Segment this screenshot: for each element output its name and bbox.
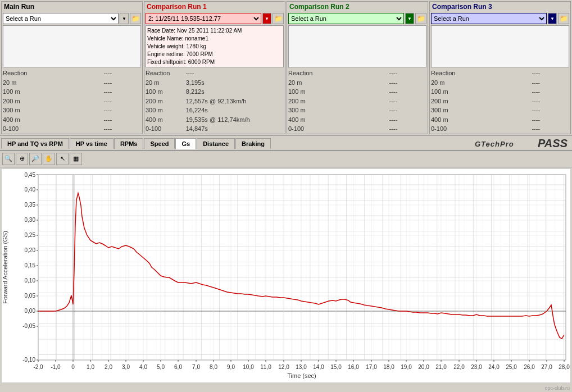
svg-text:0,35: 0,35	[25, 202, 36, 208]
select-btn[interactable]: ↖	[56, 153, 69, 165]
comp3-select[interactable]: Select a Run	[431, 13, 547, 24]
svg-text:5,0: 5,0	[157, 364, 165, 370]
top-panel: Main Run Select a Run ▼ 📁 Reaction---- 2…	[0, 0, 572, 136]
tab-speed[interactable]: Speed	[144, 138, 175, 149]
table-row: 200 m----	[430, 97, 570, 106]
svg-text:-2,0: -2,0	[33, 364, 43, 370]
comp2-folder-btn[interactable]: 📁	[415, 13, 426, 24]
svg-text:GTechPro: GTechPro	[475, 140, 514, 148]
svg-text:0,10: 0,10	[25, 277, 36, 284]
table-row: Reaction----	[144, 69, 285, 78]
chart-container: 0,45 0,40 0,35 0,30 0,25 0,20 0,15	[1, 168, 571, 383]
tab-braking[interactable]: Braking	[235, 138, 271, 149]
svg-text:12,0: 12,0	[278, 364, 289, 370]
table-row: 100 m8,212s	[144, 87, 285, 97]
svg-text:15,0: 15,0	[330, 364, 342, 370]
svg-text:1,0: 1,0	[87, 364, 94, 370]
comp3-panel: Comparison Run 3 Select a Run ▼ 📁 Reacti…	[429, 1, 571, 134]
comp1-select-row: 2: 11/25/11 19.535-112.77 ▼ 📁	[144, 12, 285, 25]
svg-text:0,20: 0,20	[25, 247, 36, 253]
main-run-select-row: Select a Run ▼ 📁	[2, 12, 142, 25]
pan-btn[interactable]: ✋	[43, 153, 55, 165]
comp2-title: Comparison Run 2	[287, 2, 428, 12]
svg-text:0,25: 0,25	[25, 232, 36, 238]
main-run-folder-btn[interactable]: 📁	[130, 13, 141, 24]
svg-text:27,0: 27,0	[541, 364, 552, 370]
table-row: 200 m12,557s @ 92,13km/h	[144, 97, 285, 106]
svg-text:9,0: 9,0	[227, 364, 235, 370]
svg-text:16,0: 16,0	[348, 364, 359, 370]
table-row: 0-100----	[430, 124, 570, 134]
comp1-select[interactable]: 2: 11/25/11 19.535-112.77	[146, 13, 261, 24]
svg-text:-0,10: -0,10	[22, 357, 35, 363]
comp2-dropdown-btn[interactable]: ▼	[405, 13, 414, 24]
svg-text:25,0: 25,0	[506, 364, 517, 370]
watermark: opc-club.ru	[544, 385, 570, 391]
x-axis-label: Time (sec)	[287, 372, 316, 379]
table-row: Reaction----	[430, 69, 570, 78]
table-row: 300 m----	[2, 106, 142, 115]
grid-btn[interactable]: ▦	[70, 153, 82, 165]
comp2-select[interactable]: Select a Run	[288, 13, 404, 24]
svg-text:23,0: 23,0	[471, 364, 482, 370]
comp3-folder-btn[interactable]: 📁	[558, 13, 569, 24]
svg-text:14,0: 14,0	[313, 364, 324, 370]
table-row: 300 m16,224s	[144, 106, 285, 115]
tab-distance[interactable]: Distance	[197, 138, 235, 149]
comp3-title: Comparison Run 3	[430, 2, 570, 12]
svg-text:8,0: 8,0	[210, 364, 217, 370]
table-row: 20 m----	[287, 78, 428, 88]
table-row: 400 m19,535s @ 112,74km/h	[144, 115, 285, 125]
comp1-folder-btn[interactable]: 📁	[273, 13, 284, 24]
comp2-info	[288, 25, 426, 67]
svg-text:0: 0	[71, 364, 75, 370]
table-row: 400 m----	[2, 115, 142, 125]
svg-text:0,05: 0,05	[25, 293, 36, 299]
zoom-region-btn[interactable]: ⊕	[16, 153, 28, 165]
svg-text:3,0: 3,0	[122, 364, 130, 370]
table-row: 400 m----	[430, 115, 570, 125]
table-row: 100 m----	[430, 87, 570, 97]
table-row: Reaction----	[2, 69, 142, 78]
main-run-select[interactable]: Select a Run	[3, 13, 119, 24]
comp1-title: Comparison Run 1	[144, 2, 285, 12]
svg-text:24,0: 24,0	[488, 364, 500, 370]
gtech-logo: GTechPro	[474, 137, 535, 149]
svg-text:-1,0: -1,0	[51, 364, 61, 370]
main-run-info	[3, 25, 141, 67]
comp3-select-row: Select a Run ▼ 📁	[430, 12, 570, 25]
comp1-panel: Comparison Run 1 2: 11/25/11 19.535-112.…	[144, 1, 285, 134]
svg-text:19,0: 19,0	[401, 364, 412, 370]
svg-text:17,0: 17,0	[366, 364, 377, 370]
pass-label: PASS	[538, 137, 568, 150]
svg-text:18,0: 18,0	[383, 364, 394, 370]
toolbar: 🔍 ⊕ 🔎 ✋ ↖ ▦	[0, 151, 572, 167]
table-row: 0-100----	[2, 124, 142, 134]
svg-text:21,0: 21,0	[435, 364, 447, 370]
main-run-stats: Reaction---- 20 m---- 100 m---- 200 m---…	[2, 69, 142, 134]
table-row: 0-10014,847s	[144, 124, 285, 134]
main-run-title: Main Run	[2, 2, 142, 12]
table-row: Reaction----	[287, 69, 428, 78]
svg-text:20,0: 20,0	[418, 364, 429, 370]
zoom-in-btn[interactable]: 🔍	[2, 153, 15, 165]
tab-rpms[interactable]: RPMs	[114, 138, 144, 149]
comp3-dropdown-btn[interactable]: ▼	[548, 13, 557, 24]
tab-gs[interactable]: Gs	[175, 138, 196, 149]
comp1-dropdown-btn[interactable]: ▼	[262, 13, 271, 24]
svg-text:7,0: 7,0	[192, 364, 200, 370]
table-row: 200 m----	[2, 97, 142, 106]
svg-text:11,0: 11,0	[260, 364, 271, 370]
main-run-dropdown-btn[interactable]: ▼	[120, 13, 129, 24]
tab-hp-tq-rpm[interactable]: HP and TQ vs RPM	[1, 138, 69, 149]
svg-text:28,0: 28,0	[559, 364, 570, 370]
table-row: 0-100----	[287, 124, 428, 134]
comp2-panel: Comparison Run 2 Select a Run ▼ 📁 Reacti…	[287, 1, 428, 134]
table-row: 200 m----	[287, 97, 428, 106]
svg-text:0,15: 0,15	[25, 262, 36, 268]
svg-text:4,0: 4,0	[139, 364, 147, 370]
zoom-out-btn[interactable]: 🔎	[29, 153, 42, 165]
tab-hp-time[interactable]: HP vs time	[70, 138, 114, 149]
svg-text:0,00: 0,00	[25, 308, 36, 314]
svg-rect-3	[38, 175, 566, 360]
